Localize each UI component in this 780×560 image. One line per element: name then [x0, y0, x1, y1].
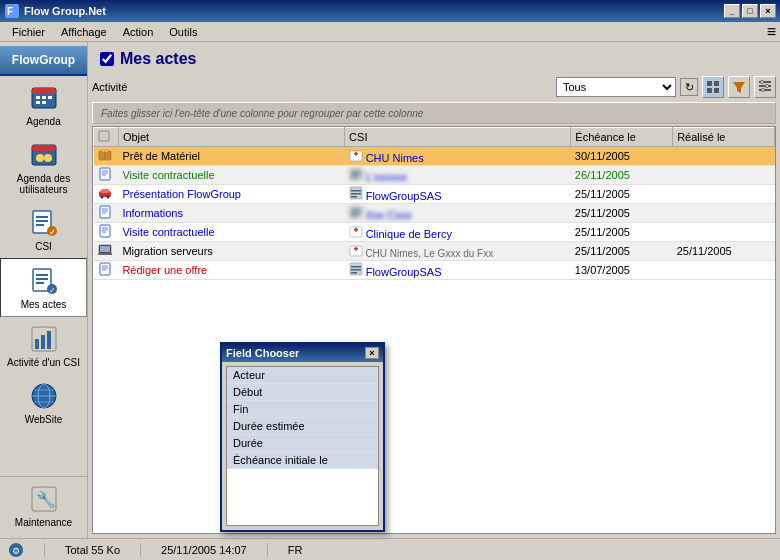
- row-echeance: 25/11/2005: [571, 204, 673, 223]
- page-header: Mes actes: [92, 46, 776, 72]
- field-list-item[interactable]: Échéance initiale le: [227, 452, 378, 469]
- status-divider-2: [140, 543, 141, 557]
- table-row[interactable]: Visite contractuelle Clinique de Bercy 2…: [94, 223, 775, 242]
- data-table-wrapper[interactable]: Objet CSI Échéance le Réalisé le Prêt de…: [92, 126, 776, 534]
- maintenance-label: Maintenance: [15, 517, 72, 528]
- filter-button[interactable]: [728, 76, 750, 98]
- dialog-content: ActeurDébutFinDurée estiméeDuréeÉchéance…: [222, 362, 383, 530]
- row-echeance: 25/11/2005: [571, 242, 673, 261]
- close-button[interactable]: ×: [760, 4, 776, 18]
- row-objet: Présentation FlowGroup: [118, 185, 344, 204]
- svg-rect-96: [351, 266, 361, 268]
- grid-view-button[interactable]: [702, 76, 724, 98]
- sidebar-item-mes-actes[interactable]: ✓ Mes actes: [0, 258, 87, 317]
- page-title: Mes actes: [120, 50, 197, 68]
- col-objet[interactable]: Objet: [118, 128, 344, 147]
- svg-point-45: [766, 85, 769, 88]
- row-type-icon: [94, 261, 119, 280]
- sidebar-item-website[interactable]: WebSite: [0, 374, 87, 431]
- svg-rect-27: [41, 335, 45, 349]
- table-row[interactable]: Migration serveurs CHU Nimes, Le Gxxx du…: [94, 242, 775, 261]
- svg-rect-91: [100, 263, 110, 275]
- minimize-button[interactable]: _: [724, 4, 740, 18]
- table-row[interactable]: Informations Xxx Cxxx 25/11/2005: [94, 204, 775, 223]
- svg-rect-14: [36, 216, 48, 218]
- svg-rect-98: [351, 272, 357, 274]
- sidebar: FlowGroup Agenda: [0, 42, 88, 538]
- row-echeance: 30/11/2005: [571, 147, 673, 166]
- row-realise: [673, 185, 775, 204]
- app-icon: F: [4, 3, 20, 19]
- sidebar-item-csi[interactable]: ✓ CSI: [0, 201, 87, 258]
- activity-dropdown[interactable]: Tous Agenda CSI Mes actes: [556, 77, 676, 97]
- col-echeance[interactable]: Échéance le: [571, 128, 673, 147]
- row-type-icon: [94, 166, 119, 185]
- svg-rect-6: [48, 96, 52, 99]
- menu-extra-icon[interactable]: ≡: [767, 23, 776, 41]
- sidebar-item-agenda[interactable]: Agenda: [0, 76, 87, 133]
- row-realise: 25/11/2005: [673, 242, 775, 261]
- svg-rect-3: [32, 88, 56, 94]
- col-realise[interactable]: Réalisé le: [673, 128, 775, 147]
- window-title: Flow Group.Net: [24, 5, 724, 17]
- svg-rect-59: [351, 171, 361, 173]
- field-list-item[interactable]: Durée: [227, 435, 378, 452]
- svg-text:⚙: ⚙: [12, 546, 20, 556]
- svg-rect-69: [351, 196, 357, 198]
- svg-rect-97: [351, 269, 361, 271]
- svg-rect-63: [101, 189, 109, 193]
- menu-affichage[interactable]: Affichage: [53, 24, 115, 40]
- svg-point-46: [762, 89, 765, 92]
- svg-rect-4: [36, 96, 40, 99]
- svg-rect-38: [707, 88, 712, 93]
- refresh-button[interactable]: ↻: [680, 78, 698, 96]
- menu-bar: Fichier Affichage Action Outils ≡: [0, 22, 780, 42]
- row-type-icon: [94, 185, 119, 204]
- field-list-item[interactable]: Début: [227, 384, 378, 401]
- row-objet: Rédiger une offre: [118, 261, 344, 280]
- maximize-button[interactable]: □: [742, 4, 758, 18]
- svg-rect-26: [35, 339, 39, 349]
- svg-point-64: [100, 196, 103, 199]
- field-list-item[interactable]: Fin: [227, 401, 378, 418]
- svg-rect-87: [98, 253, 112, 255]
- svg-rect-70: [100, 206, 110, 218]
- agenda-users-label: Agenda des utilisateurs: [4, 173, 83, 195]
- settings-button[interactable]: [754, 76, 776, 98]
- svg-point-11: [36, 154, 44, 162]
- menu-action[interactable]: Action: [115, 24, 162, 40]
- svg-rect-5: [42, 96, 46, 99]
- col-csi[interactable]: CSI: [345, 128, 571, 147]
- svg-text:🔧: 🔧: [36, 490, 56, 509]
- field-list[interactable]: ActeurDébutFinDurée estiméeDuréeÉchéance…: [226, 366, 379, 526]
- table-row[interactable]: Rédiger une offre FlowGroupSAS 13/07/200…: [94, 261, 775, 280]
- field-list-item[interactable]: Durée estimée: [227, 418, 378, 435]
- sidebar-item-activite-csi[interactable]: Activité d'un CSI: [0, 317, 87, 374]
- row-csi: Clinique de Bercy: [345, 223, 571, 242]
- svg-rect-76: [351, 212, 361, 214]
- mes-actes-icon: ✓: [28, 265, 60, 297]
- header-checkbox[interactable]: [100, 52, 114, 66]
- svg-rect-67: [351, 190, 361, 192]
- row-realise: [673, 223, 775, 242]
- menu-fichier[interactable]: Fichier: [4, 24, 53, 40]
- activity-label: Activité: [92, 81, 127, 93]
- table-row[interactable]: Présentation FlowGroup FlowGroupSAS 25/1…: [94, 185, 775, 204]
- status-lang: FR: [288, 544, 303, 556]
- row-echeance: 25/11/2005: [571, 223, 673, 242]
- svg-rect-8: [42, 101, 46, 104]
- sidebar-item-maintenance[interactable]: 🔧 Maintenance: [0, 476, 87, 534]
- row-type-icon: [94, 204, 119, 223]
- sidebar-item-agenda-users[interactable]: Agenda des utilisateurs: [0, 133, 87, 201]
- table-row[interactable]: Prêt de Matériel CHU Nimes 30/11/2005: [94, 147, 775, 166]
- table-row[interactable]: Visite contractuelle L'xxxxxx 26/11/2005: [94, 166, 775, 185]
- window-controls: _ □ ×: [724, 4, 776, 18]
- row-echeance: 25/11/2005: [571, 185, 673, 204]
- field-list-item[interactable]: Acteur: [227, 367, 378, 384]
- svg-rect-90: [355, 247, 357, 251]
- dialog-close-button[interactable]: ×: [365, 347, 379, 359]
- mes-actes-label: Mes actes: [21, 299, 67, 310]
- row-realise: [673, 147, 775, 166]
- agenda-label: Agenda: [26, 116, 60, 127]
- menu-outils[interactable]: Outils: [161, 24, 205, 40]
